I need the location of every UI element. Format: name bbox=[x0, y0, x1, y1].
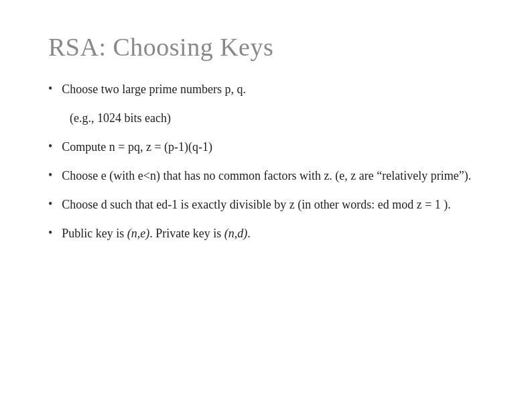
bullet-dot-3: • bbox=[48, 168, 52, 182]
bullet-5-mid: . Private key is bbox=[149, 227, 224, 240]
bullet-dot-5: • bbox=[48, 226, 52, 240]
bullet-5-end: . bbox=[247, 227, 251, 240]
bullet-text-1: Choose two large prime numbers p, q. bbox=[62, 80, 246, 99]
bullet-text-5: Public key is (n,e). Private key is (n,d… bbox=[62, 225, 250, 243]
bullet-item-3: • Choose e (with e<n) that has no common… bbox=[48, 167, 484, 185]
bullet-text-2: Compute n = pq, z = (p-1)(q-1) bbox=[62, 138, 212, 156]
slide: RSA: Choosing Keys • Choose two large pr… bbox=[0, 0, 532, 399]
bullet-item-2: • Compute n = pq, z = (p-1)(q-1) bbox=[48, 138, 484, 156]
bullet-5-italic-1: (n,e) bbox=[127, 227, 149, 240]
bullet-item-1: • Choose two large prime numbers p, q. bbox=[48, 80, 484, 99]
bullet-dot-2: • bbox=[48, 139, 52, 154]
bullet-5-plain: Public key is bbox=[62, 227, 127, 240]
bullet-dot-4: • bbox=[48, 197, 52, 211]
sub-item-1: (e.g., 1024 bits each) bbox=[70, 109, 484, 127]
bullet-item-4: • Choose d such that ed-1 is exactly div… bbox=[48, 196, 484, 214]
bullet-text-4: Choose d such that ed-1 is exactly divis… bbox=[62, 196, 451, 214]
bullet-5-italic-2: (n,d) bbox=[224, 227, 248, 240]
slide-title: RSA: Choosing Keys bbox=[48, 32, 484, 62]
bullet-dot-1: • bbox=[48, 82, 52, 96]
slide-content: • Choose two large prime numbers p, q. (… bbox=[48, 80, 484, 253]
bullet-text-3: Choose e (with e<n) that has no common f… bbox=[62, 167, 471, 185]
bullet-item-5: • Public key is (n,e). Private key is (n… bbox=[48, 225, 484, 243]
